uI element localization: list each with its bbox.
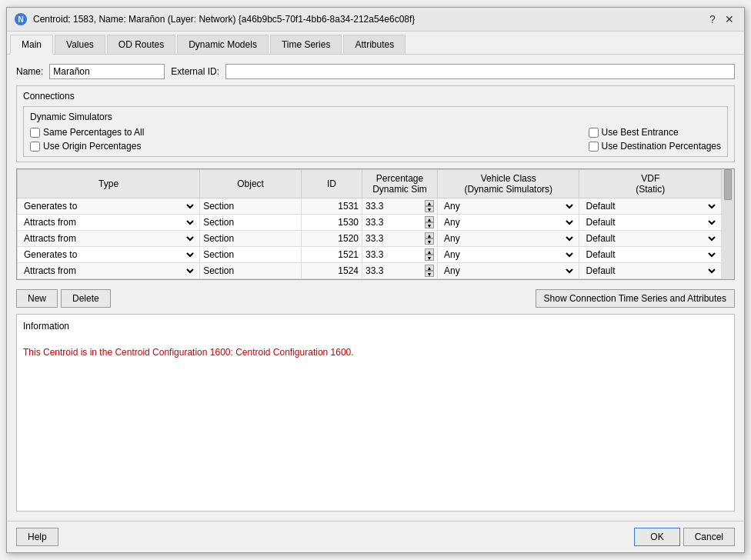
help-footer-button[interactable]: Help xyxy=(16,528,58,546)
title-controls: ? ✕ xyxy=(706,12,736,26)
spinner-up[interactable]: ▲ xyxy=(425,200,434,206)
scroll-thumb[interactable] xyxy=(724,169,732,200)
footer-right: OK Cancel xyxy=(634,528,735,546)
vehicle-class-select[interactable]: Any xyxy=(441,265,576,277)
cell-id: 1520 xyxy=(301,231,362,247)
cell-vehicle-class: Any xyxy=(438,231,579,247)
type-select[interactable]: Generates toAttracts from xyxy=(21,216,196,228)
table-area: Type Object ID Percentage Dynamic Sim Ve… xyxy=(17,169,722,279)
use-origin-percentages-checkbox[interactable]: Use Origin Percentages xyxy=(30,141,144,152)
cancel-button[interactable]: Cancel xyxy=(683,528,735,546)
use-best-entrance-checkbox[interactable]: Use Best Entrance xyxy=(589,127,721,138)
dynamic-simulators-group: Dynamic Simulators Same Percentages to A… xyxy=(23,106,728,157)
cell-type: Generates toAttracts from xyxy=(18,215,200,231)
tabs-bar: Main Values OD Routes Dynamic Models Tim… xyxy=(7,32,744,55)
delete-button[interactable]: Delete xyxy=(61,289,111,308)
spinner-value: 33.3 xyxy=(365,217,425,228)
spinner-down[interactable]: ▼ xyxy=(425,271,434,277)
vehicle-class-select[interactable]: Any xyxy=(441,248,576,261)
vehicle-class-select[interactable]: Any xyxy=(441,216,576,228)
spinner-buttons: ▲ ▼ xyxy=(425,248,434,261)
vdf-select[interactable]: Default xyxy=(582,232,718,245)
vdf-select[interactable]: Default xyxy=(582,216,718,228)
same-percentages-label: Same Percentages to All xyxy=(43,127,144,138)
cell-id: 1521 xyxy=(301,247,362,263)
tab-od-routes[interactable]: OD Routes xyxy=(107,35,175,54)
scroll-track xyxy=(723,169,733,279)
name-label: Name: xyxy=(16,66,43,77)
col-vc-line2: (Dynamic Simulators) xyxy=(464,184,552,195)
use-best-entrance-input[interactable] xyxy=(589,128,599,138)
spinner-up[interactable]: ▲ xyxy=(425,232,434,238)
cell-pct: 33.3 ▲ ▼ xyxy=(362,263,437,279)
type-select[interactable]: Generates toAttracts from xyxy=(21,265,196,277)
col-vehicle-class: Vehicle Class (Dynamic Simulators) xyxy=(438,170,579,198)
cell-vehicle-class: Any xyxy=(438,198,579,215)
col-vdf-line2: (Static) xyxy=(636,184,665,195)
use-origin-percentages-input[interactable] xyxy=(30,142,40,152)
spinner-buttons: ▲ ▼ xyxy=(425,265,434,277)
vehicle-class-select[interactable]: Any xyxy=(441,200,576,212)
same-percentages-input[interactable] xyxy=(30,128,40,138)
table-header-row: Type Object ID Percentage Dynamic Sim Ve… xyxy=(18,170,722,198)
spinner-up[interactable]: ▲ xyxy=(425,248,434,255)
spinner-buttons: ▲ ▼ xyxy=(425,200,434,212)
cell-type: Generates toAttracts from xyxy=(18,247,200,263)
spinner-value: 33.3 xyxy=(365,265,425,276)
spinner-down[interactable]: ▼ xyxy=(425,222,434,228)
spinner-up[interactable]: ▲ xyxy=(425,265,434,271)
dialog-title: Centroid: 1583, Name: Marañon (Layer: Ne… xyxy=(33,14,699,25)
vdf-select[interactable]: Default xyxy=(582,248,718,261)
cell-object: Section xyxy=(200,247,302,263)
spinner: 33.3 ▲ ▼ xyxy=(365,216,434,228)
scrollbar[interactable] xyxy=(722,169,734,279)
table-body: Generates toAttracts fromSection1531 33.… xyxy=(18,198,722,279)
external-id-input[interactable] xyxy=(225,64,735,79)
tab-values[interactable]: Values xyxy=(55,35,105,54)
show-connection-btn[interactable]: Show Connection Time Series and Attribut… xyxy=(536,289,735,308)
cell-vdf: Default xyxy=(579,263,722,279)
help-button[interactable]: ? xyxy=(706,12,719,26)
cell-pct: 33.3 ▲ ▼ xyxy=(362,198,437,215)
spinner-buttons: ▲ ▼ xyxy=(425,232,434,245)
use-destination-percentages-label: Use Destination Percentages xyxy=(602,141,721,152)
type-select[interactable]: Generates toAttracts from xyxy=(21,200,196,212)
cell-id: 1531 xyxy=(301,198,362,215)
connections-table: Type Object ID Percentage Dynamic Sim Ve… xyxy=(17,169,722,279)
new-button[interactable]: New xyxy=(16,289,58,308)
type-select[interactable]: Generates toAttracts from xyxy=(21,248,196,261)
name-input[interactable] xyxy=(49,64,165,79)
cell-pct: 33.3 ▲ ▼ xyxy=(362,231,437,247)
vehicle-class-select[interactable]: Any xyxy=(441,232,576,245)
table-scroll[interactable]: Type Object ID Percentage Dynamic Sim Ve… xyxy=(17,169,722,279)
tab-main[interactable]: Main xyxy=(10,35,53,55)
use-destination-percentages-input[interactable] xyxy=(589,142,599,152)
table-row: Generates toAttracts fromSection1521 33.… xyxy=(18,247,722,263)
tab-time-series[interactable]: Time Series xyxy=(270,35,342,54)
use-destination-percentages-checkbox[interactable]: Use Destination Percentages xyxy=(589,141,721,152)
cell-vdf: Default xyxy=(579,231,722,247)
ok-button[interactable]: OK xyxy=(634,528,679,546)
connections-table-container: Type Object ID Percentage Dynamic Sim Ve… xyxy=(16,168,735,280)
spinner-value: 33.3 xyxy=(365,233,425,244)
information-title: Information xyxy=(23,321,728,332)
table-row: Generates toAttracts fromSection1524 33.… xyxy=(18,263,722,279)
vdf-select[interactable]: Default xyxy=(582,200,718,212)
spinner-value: 33.3 xyxy=(365,201,425,212)
same-percentages-checkbox[interactable]: Same Percentages to All xyxy=(30,127,144,138)
spinner-down[interactable]: ▼ xyxy=(425,255,434,261)
checkboxes-section: Same Percentages to All Use Origin Perce… xyxy=(30,127,721,152)
spinner-down[interactable]: ▼ xyxy=(425,206,434,212)
footer: Help OK Cancel xyxy=(7,521,744,552)
spinner-down[interactable]: ▼ xyxy=(425,238,434,245)
spinner-up[interactable]: ▲ xyxy=(425,216,434,222)
tab-attributes[interactable]: Attributes xyxy=(343,35,406,54)
vdf-select[interactable]: Default xyxy=(582,265,718,277)
col-id: ID xyxy=(301,170,362,198)
tab-dynamic-models[interactable]: Dynamic Models xyxy=(177,35,269,54)
main-dialog: N Centroid: 1583, Name: Marañon (Layer: … xyxy=(6,7,745,553)
use-best-entrance-label: Use Best Entrance xyxy=(602,127,679,138)
dynamic-sim-title: Dynamic Simulators xyxy=(30,112,721,122)
type-select[interactable]: Generates toAttracts from xyxy=(21,232,196,245)
close-button[interactable]: ✕ xyxy=(723,12,736,26)
